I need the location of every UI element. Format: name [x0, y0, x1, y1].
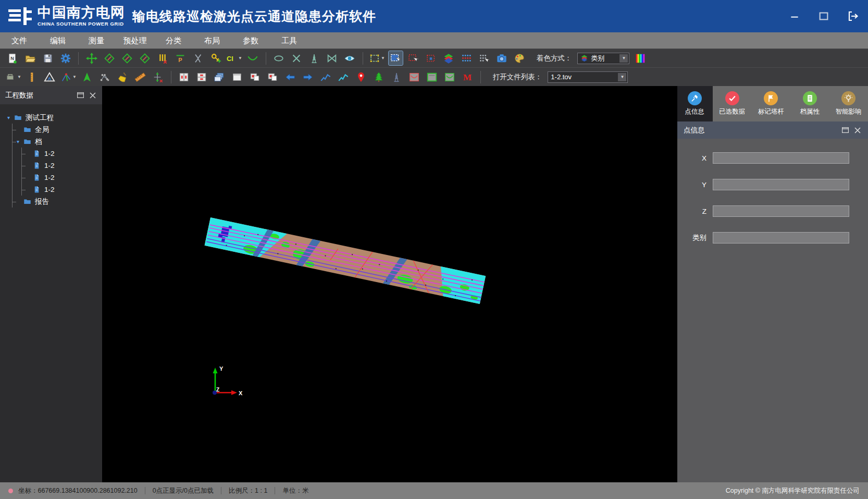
tree-node-span-file-2[interactable]: 1-2 — [26, 160, 102, 172]
point-class-input[interactable] — [713, 232, 849, 244]
clip-tool-icon — [326, 53, 338, 64]
clip-tool-button[interactable] — [325, 51, 339, 65]
window-marker-2-button[interactable] — [266, 70, 280, 84]
open-folder-button[interactable] — [23, 51, 37, 65]
tree-expand-icon[interactable]: ▾ — [17, 139, 23, 144]
select-rect-button[interactable]: ▼ — [369, 51, 385, 65]
menu-layout[interactable]: 布局 — [193, 32, 231, 48]
clean-broom-button[interactable] — [116, 70, 130, 84]
align-axis-button[interactable] — [151, 70, 165, 84]
location-pin-button[interactable] — [354, 70, 368, 84]
maximize-button[interactable] — [816, 8, 832, 24]
point-info-close-button[interactable] — [853, 126, 862, 135]
menu-classify[interactable]: 分类 — [154, 32, 193, 48]
polyline-draw-button[interactable] — [319, 70, 333, 84]
palette-button[interactable] — [513, 51, 527, 65]
measure-height-button[interactable]: P — [173, 51, 187, 65]
chevron-down-icon: ▼ — [381, 56, 385, 60]
menu-measure[interactable]: 测量 — [77, 32, 116, 48]
rotate-view-2-button[interactable] — [120, 51, 134, 65]
ruler-diagonal-button[interactable] — [133, 70, 147, 84]
panel-restore-button[interactable] — [76, 91, 84, 100]
open-file-list-select[interactable]: 1-2.tov ▼ — [548, 71, 628, 83]
menu-edit[interactable]: 编辑 — [39, 32, 77, 48]
panel-close-button[interactable] — [89, 91, 97, 100]
visibility-button[interactable] — [343, 51, 357, 65]
menu-tools[interactable]: 工具 — [270, 32, 308, 48]
point-z-input[interactable] — [713, 205, 849, 217]
brush-tool-button[interactable]: ▼ — [5, 70, 21, 84]
rotate-view-3-button[interactable] — [138, 51, 152, 65]
vegetation-tree-button[interactable] — [372, 70, 386, 84]
split-horizontal-button[interactable] — [195, 70, 209, 84]
point-y-input[interactable] — [713, 179, 849, 190]
smart-impact-icon — [844, 94, 853, 103]
orbit-button[interactable] — [272, 51, 286, 65]
next-view-button[interactable] — [301, 70, 315, 84]
select-polygon-button[interactable] — [406, 51, 420, 65]
pylon-button[interactable] — [390, 70, 404, 84]
catenary-curve-button[interactable] — [246, 51, 260, 65]
section-bars-button[interactable] — [155, 51, 169, 65]
window-marker-1-button[interactable] — [248, 70, 262, 84]
select-cursor-button[interactable] — [389, 51, 403, 65]
north-arrow-button[interactable] — [80, 70, 94, 84]
point-info-restore-button[interactable] — [841, 126, 849, 135]
viewport[interactable]: Y X Z — [102, 86, 677, 482]
cascade-windows-button[interactable] — [213, 70, 227, 84]
tree-node-span-file-3[interactable]: 1-2 — [26, 172, 102, 184]
tree-node-node-global[interactable]: 全局 — [17, 124, 102, 136]
point-cloud-strip — [205, 217, 486, 304]
axis-y-label: Y — [219, 366, 224, 372]
ruler-vertical-button[interactable] — [25, 70, 39, 84]
snapshot-camera-button[interactable] — [495, 51, 509, 65]
class-layers-button[interactable] — [442, 51, 456, 65]
vector-branch-button[interactable]: ▼ — [60, 70, 77, 84]
point-grid-alt-button[interactable] — [477, 51, 491, 65]
new-file-button[interactable]: N — [5, 51, 19, 65]
span-curve-red-button[interactable] — [407, 70, 421, 84]
tab-span-properties[interactable]: 档属性 — [792, 86, 827, 121]
split-vertical-button[interactable] — [177, 70, 191, 84]
tree-expand-icon[interactable]: ▾ — [7, 115, 14, 120]
ci-tool-button[interactable]: CI▼ — [226, 51, 242, 65]
tree-node-node-spans[interactable]: ▾档 — [17, 136, 102, 148]
menu-file[interactable]: 文件 — [0, 32, 39, 48]
menu-parameters[interactable]: 参数 — [231, 32, 270, 48]
alert-triangle-button[interactable]: A — [43, 70, 57, 84]
tree-node-span-file-4[interactable]: 1-2 — [26, 184, 102, 196]
minimize-button[interactable] — [787, 8, 802, 24]
tab-point-info[interactable]: 点信息 — [677, 86, 712, 121]
class-layers-icon — [443, 53, 454, 64]
cross-delete-button[interactable] — [290, 51, 304, 65]
tab-mark-tower[interactable]: 标记塔杆 — [754, 86, 788, 121]
pan-move-button[interactable] — [84, 51, 98, 65]
select-point-button[interactable] — [424, 51, 438, 65]
menu-preprocess[interactable]: 预处理 — [116, 32, 154, 48]
polyline-edit-icon — [338, 71, 349, 83]
marker-m-button[interactable]: M — [461, 70, 475, 84]
span-curve-green-button[interactable] — [443, 70, 457, 84]
coloring-mode-select[interactable]: 类别 ▼ — [577, 53, 629, 64]
rotate-view-1-button[interactable] — [102, 51, 116, 65]
settings-button[interactable] — [58, 51, 72, 65]
measure-angle-button[interactable] — [191, 51, 205, 65]
key-tool-button[interactable] — [208, 51, 222, 65]
new-window-button[interactable] — [230, 70, 244, 84]
point-x-input[interactable] — [713, 152, 849, 164]
span-box-green-button[interactable] — [425, 70, 439, 84]
save-button[interactable] — [41, 51, 55, 65]
tower-tool-button[interactable] — [307, 51, 321, 65]
tab-smart-impact[interactable]: 智能影响 — [832, 86, 866, 121]
tab-selected-data[interactable]: 已选数据 — [715, 86, 749, 121]
tree-node-span-file-1[interactable]: 1-2 — [26, 148, 102, 160]
point-grid-button[interactable] — [460, 51, 474, 65]
node-graph-button[interactable] — [98, 70, 112, 84]
tree-node-node-report[interactable]: 报告 — [17, 196, 102, 208]
colorbar-icon[interactable] — [633, 51, 647, 65]
tree-node-project-root[interactable]: ▾测试工程 — [7, 112, 102, 124]
exit-button[interactable] — [845, 8, 861, 24]
logo-title: 中国南方电网 — [38, 6, 125, 20]
polyline-edit-button[interactable] — [337, 70, 351, 84]
prev-view-button[interactable] — [283, 70, 297, 84]
